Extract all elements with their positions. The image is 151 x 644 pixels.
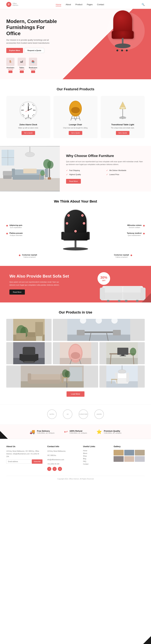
lounge-chair-svg (67, 100, 84, 120)
use-cell-2 (53, 319, 145, 341)
category-tables-label: Tables (18, 67, 26, 68)
why-feature-price-label: Lowest Price (109, 174, 119, 176)
think-f2-title: Platima posuam (9, 232, 23, 234)
svg-rect-72 (107, 300, 109, 302)
clock-svg: 12 3 6 9 (19, 101, 38, 120)
category-bookcases-btn[interactable]: → (31, 70, 35, 73)
footer-link-shop[interactable]: Shop (83, 455, 109, 457)
footer-link-faq[interactable]: FAQ (83, 460, 109, 462)
svg-rect-99 (35, 354, 38, 360)
product-clock: 12 3 6 9 Zolve A (6, 96, 50, 138)
think-f4-title: Tantucay modicot (127, 232, 142, 234)
feat-quality-sub: Collectibles, art, antiques (104, 432, 122, 434)
think-feature-5: Costurnar expripit Catima ornament (19, 254, 37, 258)
twitter-icon[interactable]: t (52, 467, 57, 471)
think-feature-1: Adipiscing quis Eum explanation (6, 224, 55, 228)
why-section: Why Choose Offixe Furniture Quis autem v… (0, 146, 151, 192)
think-title: We Think About Your Best (6, 200, 145, 204)
badge-natra-label: NATRA (50, 414, 54, 415)
dot-5 (75, 230, 76, 232)
navbar: Offixe Interiors Home About Product Page… (0, 0, 151, 9)
promo-read-more-btn[interactable]: Read More (9, 290, 25, 294)
footer-gallery: Gallery (114, 445, 145, 471)
dot-1 (68, 214, 70, 216)
svg-rect-74 (125, 300, 127, 302)
chair-back (113, 10, 132, 34)
footer-grid: About Us 123 Any Street Melbourne, VIC 3… (6, 445, 145, 471)
badge-uk-label: UK (67, 414, 69, 415)
svg-rect-114 (121, 355, 124, 356)
search-icon[interactable]: 🔍 (142, 3, 145, 6)
logo-icon (6, 2, 11, 7)
features-row: 🚚 Free Delivery Collectibles, art, antiq… (0, 425, 151, 439)
facebook-icon[interactable]: f (47, 467, 51, 471)
nav-contact[interactable]: Contact (97, 3, 104, 6)
category-bookcases: 📚 Bookcases ★★★★★ → (29, 58, 37, 73)
products-use-title: Our Products in Use (6, 310, 145, 314)
footer-contact-title: Contact Info (47, 445, 78, 448)
nav-pages[interactable]: Pages (87, 3, 93, 6)
load-more-btn[interactable]: Load More (67, 391, 84, 397)
explore-button[interactable]: Explore More (6, 48, 23, 53)
svg-text:12: 12 (28, 104, 29, 106)
why-read-more-btn[interactable]: Read More (66, 179, 81, 184)
badge-award-label: AWARD (97, 414, 102, 415)
svg-rect-67 (141, 288, 146, 300)
lounge-chair-image (57, 99, 94, 121)
footer-contact: Contact Info 123 Any Street Melbourne, V… (47, 445, 78, 471)
svg-line-29 (71, 116, 72, 120)
svg-point-23 (28, 110, 29, 110)
clock-quote-btn[interactable]: Get a Quote (21, 131, 35, 135)
lounge-chair-quote-btn[interactable]: Get a Quote (69, 131, 82, 135)
badge-award: AWARD (94, 410, 104, 420)
triangle-decoration (0, 431, 8, 439)
brand-logo[interactable]: Offixe Interiors (6, 2, 18, 7)
footer-link-about[interactable]: About (83, 452, 109, 454)
hero-description: Our mission is to provide quality furnis… (6, 38, 53, 44)
badge-furniture: FURNITURE (79, 410, 88, 420)
why-content: Why Choose Offixe Furniture Quis autem v… (60, 146, 151, 192)
category-armchairs-btn[interactable]: → (8, 70, 12, 73)
quote-button[interactable]: Request a Quote (24, 48, 44, 53)
quality-icon: ✓ (66, 173, 68, 176)
footer-link-blog[interactable]: Blog (83, 458, 109, 460)
svg-rect-81 (36, 336, 42, 341)
category-tables: 🛋 Tables ★★★★★ → (18, 58, 26, 73)
footer-copyright: Copyright 2022, Offixe Interiors. All Ri… (6, 476, 145, 480)
think-chair-image (55, 210, 96, 251)
category-armchairs: 🪑 Armchairs ★★★★★ → (6, 58, 14, 73)
svg-rect-137 (126, 372, 129, 382)
footer-gallery-title: Gallery (114, 445, 145, 448)
why-title: Why Choose Offixe Furniture (66, 154, 145, 158)
footer-email-input[interactable] (6, 460, 31, 464)
premium-quality-icon: ⭐ (96, 429, 102, 434)
clock-desc: Wake up with an alarm mind. (9, 127, 47, 129)
instagram-icon[interactable]: in (58, 467, 62, 471)
table-lamp-quote-btn[interactable]: Get a Quote (116, 131, 130, 135)
svg-rect-75 (136, 300, 139, 302)
footer-address: 123 Any Street Melbourne, (47, 450, 78, 452)
footer-img-1 (114, 450, 124, 456)
footer-link-contact[interactable]: Contact (83, 463, 109, 465)
category-tables-btn[interactable]: → (20, 70, 24, 73)
footer-img-5 (124, 456, 134, 462)
use-cell-6 (6, 366, 98, 388)
brand-name: Offixe (12, 3, 18, 4)
think-layout: Adipiscing quis Eum explanation Platima … (6, 210, 145, 251)
footer-about: About Us 123 Any Street Melbourne, VIC 3… (6, 445, 42, 471)
footer-img-6 (135, 456, 145, 462)
nav-home[interactable]: Home (56, 3, 61, 6)
footer-subscribe-btn[interactable]: Subscribe (32, 460, 42, 464)
why-feature-quality: ✓ Highest Quality (66, 173, 105, 176)
svg-rect-129 (70, 367, 82, 381)
table-lamp-image (104, 99, 142, 121)
brand-tagline: Interiors (12, 4, 18, 6)
hero-section: Modern, Comfortable Furnishings For Offi… (0, 9, 151, 79)
svg-rect-92 (77, 330, 85, 336)
think-f1-title: Adipiscing quis (9, 224, 22, 226)
footer-link-home[interactable]: Home (83, 450, 109, 452)
feat-refund-sub: Collectibles, art, antiques (70, 432, 87, 434)
products-use-section: Our Products in Use (0, 302, 151, 404)
nav-product[interactable]: Product (75, 3, 82, 6)
nav-about[interactable]: About (66, 3, 71, 6)
